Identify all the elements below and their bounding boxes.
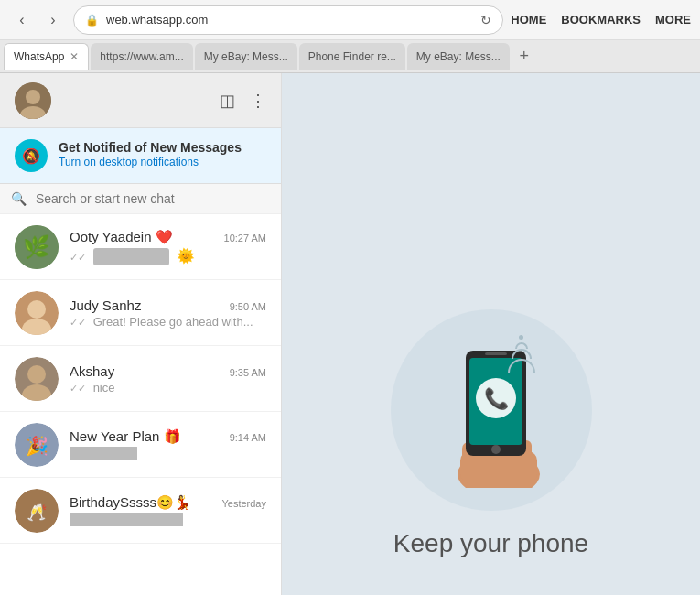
tab-amazon[interactable]: https://www.am... [91,43,192,70]
tab-label: WhatsApp [14,50,64,63]
chat-name: Ooty Yaadein ❤️ [70,229,173,245]
chat-item[interactable]: 🌿 Ooty Yaadein ❤️ 10:27 AM ✓✓ 🌞 [0,214,281,280]
new-chat-icon[interactable]: ◫ [220,91,235,111]
notification-title: Get Notified of New Messages [59,139,266,156]
chat-name: BirthdaySssss😊💃 [70,494,191,511]
chat-preview: ✓✓ Great! Please go ahead with... [70,315,266,329]
chat-avatar: 🌿 [15,225,59,269]
chat-avatar [15,291,59,335]
svg-point-9 [27,365,46,384]
chat-item[interactable]: 🥂 BirthdaySssss😊💃 Yesterday [0,478,281,544]
bookmarks-link[interactable]: BOOKMARKS [561,13,641,27]
bell-slash-icon: 🔕 [22,147,40,165]
svg-text:🎉: 🎉 [26,435,48,457]
tab-whatsapp[interactable]: WhatsApp ✕ [4,43,89,70]
header-icons: ◫ ⋮ [220,91,266,111]
back-button[interactable]: ‹ [9,7,35,33]
more-link[interactable]: MORE [655,13,691,27]
svg-point-6 [27,300,46,319]
main-illustration: 📞 Keep your phone [391,309,592,558]
chat-avatar [15,357,59,401]
chat-time: 9:35 AM [230,367,266,378]
lock-icon: 🔒 [85,14,99,27]
notification-text: Get Notified of New Messages Turn on des… [59,139,266,168]
tab-ebay1[interactable]: My eBay: Mess... [195,43,297,70]
whatsapp-main-panel: 📞 Keep your phone [282,73,700,595]
svg-rect-26 [485,352,507,355]
svg-text:🥂: 🥂 [27,503,48,523]
search-bar: 🔍 [0,184,281,214]
new-tab-button[interactable]: + [512,44,537,70]
chat-name: Judy Sanhz [70,298,141,313]
url-input[interactable] [106,13,473,27]
phone-hand-svg: 📞 [427,332,555,488]
chat-preview [70,513,266,526]
address-bar: 🔒 ↻ [73,5,503,35]
chat-info: BirthdaySssss😊💃 Yesterday [70,494,266,526]
chat-item[interactable]: Judy Sanhz 9:50 AM ✓✓ Great! Please go a… [0,280,281,346]
search-icon: 🔍 [11,191,27,206]
illustration-circle: 📞 [391,309,592,511]
notification-banner: 🔕 Get Notified of New Messages Turn on d… [0,128,281,184]
nav-buttons: ‹ › [9,7,66,33]
svg-point-1 [26,90,40,104]
tab-label: My eBay: Mess... [204,50,288,63]
tab-label: My eBay: Mess... [416,50,501,63]
chat-top: Ooty Yaadein ❤️ 10:27 AM [70,229,266,245]
whatsapp-sidebar: ◫ ⋮ 🔕 Get Notified of New Messages Turn … [0,73,282,595]
chat-top: Judy Sanhz 9:50 AM [70,298,266,313]
chat-item[interactable]: 🎉 New Year Plan 🎁 9:14 AM [0,412,281,478]
notification-link[interactable]: Turn on desktop notifications [59,156,266,168]
keep-phone-text: Keep your phone [393,529,588,558]
chat-preview [70,447,266,460]
tab-ebay2[interactable]: My eBay: Mess... [407,43,510,70]
chat-info: New Year Plan 🎁 9:14 AM [70,428,266,460]
chat-top: Akshay 9:35 AM [70,363,266,379]
chat-time: Yesterday [221,498,266,509]
browser-toolbar: ‹ › 🔒 ↻ HOME BOOKMARKS MORE [0,0,700,40]
notification-icon: 🔕 [15,139,48,172]
whatsapp-header: ◫ ⋮ [0,73,281,128]
chat-preview: ✓✓ 🌞 [70,247,266,265]
tab-phone-finder[interactable]: Phone Finder re... [299,43,405,70]
chat-avatar: 🥂 [15,489,59,533]
chat-preview: ✓✓ nice [70,381,266,395]
chat-time: 10:27 AM [224,233,266,243]
svg-text:📞: 📞 [483,386,509,411]
chat-list: 🌿 Ooty Yaadein ❤️ 10:27 AM ✓✓ 🌞 [0,214,281,595]
menu-icon[interactable]: ⋮ [250,91,266,111]
home-link[interactable]: HOME [511,13,546,27]
chat-top: BirthdaySssss😊💃 Yesterday [70,494,266,511]
svg-point-27 [491,445,501,454]
chat-time: 9:14 AM [230,432,266,443]
tab-label: https://www.am... [100,50,183,63]
main-content: ◫ ⋮ 🔕 Get Notified of New Messages Turn … [0,73,700,595]
tab-label: Phone Finder re... [308,50,396,63]
user-avatar[interactable] [15,82,51,119]
search-input[interactable] [36,191,270,206]
chat-name: Akshay [70,363,114,379]
chat-top: New Year Plan 🎁 9:14 AM [70,428,266,445]
chat-item[interactable]: Akshay 9:35 AM ✓✓ nice [0,346,281,412]
chat-info: Akshay 9:35 AM ✓✓ nice [70,363,266,395]
chat-avatar: 🎉 [15,423,59,467]
chat-name: New Year Plan 🎁 [70,428,181,445]
browser-nav-links: HOME BOOKMARKS MORE [511,13,691,27]
chat-time: 9:50 AM [230,301,266,312]
svg-text:🌿: 🌿 [23,233,50,260]
chat-info: Judy Sanhz 9:50 AM ✓✓ Great! Please go a… [70,298,266,329]
close-tab-icon[interactable]: ✕ [70,50,79,63]
reload-button[interactable]: ↻ [480,13,491,27]
svg-rect-21 [460,451,537,483]
chat-info: Ooty Yaadein ❤️ 10:27 AM ✓✓ 🌞 [70,229,266,265]
tab-bar: WhatsApp ✕ https://www.am... My eBay: Me… [0,40,700,73]
forward-button[interactable]: › [40,7,66,33]
